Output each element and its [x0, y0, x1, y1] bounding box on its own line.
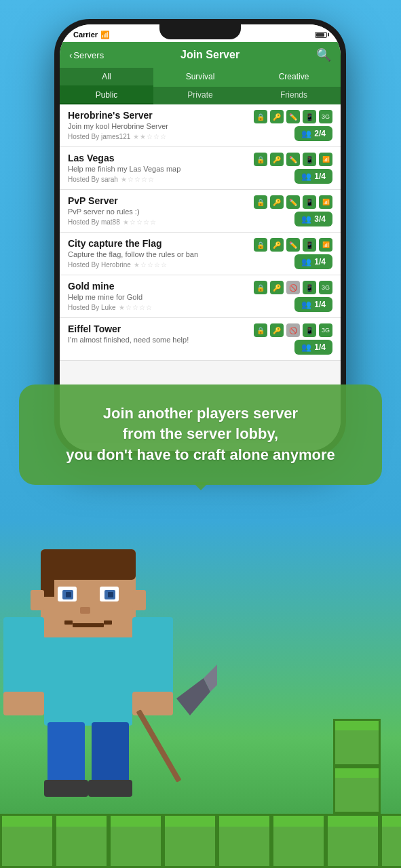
svg-rect-11 [64, 620, 73, 625]
icon-key-3: 🔑 [270, 238, 284, 252]
ground-row [0, 814, 401, 868]
server-icons-5: 🔒 🔑 🚫 📱 3G [254, 323, 332, 337]
server-right-0: 🔒 🔑 ✏️ 📱 3G 👥 2/4 [254, 110, 332, 141]
server-host-4: Hosted By Luke ★☆☆☆☆ [68, 304, 254, 311]
players-count-5: 1/4 [314, 342, 326, 352]
server-stars-2: ★☆☆☆☆ [123, 218, 157, 226]
players-icon-3: 👥 [301, 257, 311, 267]
battery-fill [316, 33, 324, 37]
back-button[interactable]: ‹ Servers [69, 50, 104, 60]
svg-rect-24 [136, 709, 182, 783]
server-right-5: 🔒 🔑 🚫 📱 3G 👥 1/4 [254, 323, 332, 355]
tab-survival[interactable]: Survival [153, 68, 247, 87]
tab-creative[interactable]: Creative [247, 68, 341, 87]
server-info-0: Herobrine's Server Join my kool Herobrin… [68, 110, 254, 140]
grass-block-8 [380, 814, 401, 868]
players-icon-1: 👥 [301, 172, 311, 181]
server-item-3[interactable]: City capture the Flag Capture the flag, … [60, 233, 341, 275]
icon-mobile-4: 📱 [303, 281, 316, 294]
server-host-1: Hosted By sarah ★☆☆☆☆ [68, 176, 254, 183]
icon-key-0: 🔑 [270, 110, 284, 123]
server-stars-4: ★☆☆☆☆ [119, 304, 153, 311]
server-item-4[interactable]: Gold mine Help me mine for Gold Hosted B… [60, 275, 341, 318]
players-badge-0: 👥 2/4 [294, 126, 332, 141]
players-badge-1: 👥 1/4 [294, 169, 332, 184]
icon-network-5: 3G [319, 323, 332, 337]
grass-block-4 [163, 814, 217, 868]
icon-edit-0: ✏️ [286, 110, 300, 123]
icon-mobile-1: 📱 [303, 153, 316, 166]
icon-key-5: 🔑 [270, 323, 284, 337]
svg-rect-22 [44, 780, 88, 797]
host-label-4: Hosted By Luke [68, 304, 116, 311]
grass-block-6 [271, 814, 326, 868]
server-icons-1: 🔒 🔑 ✏️ 📱 📶 [254, 153, 332, 166]
status-right [315, 32, 327, 38]
wifi-icon: 📶 [100, 31, 110, 39]
icon-edit-4: 🚫 [286, 281, 300, 294]
chevron-left-icon: ‹ [69, 50, 72, 60]
server-item-5[interactable]: Eiffel Tower I'm almost finished, need s… [60, 318, 341, 361]
server-info-2: PvP Server PvP server no rules :) Hosted… [68, 195, 254, 226]
players-icon-5: 👥 [301, 342, 311, 352]
server-name-2: PvP Server [68, 195, 254, 206]
icon-network-1: 📶 [319, 153, 332, 166]
svg-rect-18 [3, 692, 44, 715]
tab-public[interactable]: Public [60, 87, 153, 104]
grass-block-3 [109, 814, 163, 868]
host-label-2: Hosted By mat88 [68, 218, 120, 226]
icon-lock-1: 🔒 [254, 153, 267, 166]
status-left: Carrier 📶 [73, 31, 110, 39]
right-block-top [333, 719, 381, 766]
svg-rect-8 [66, 592, 71, 597]
players-badge-4: 👥 1/4 [294, 297, 332, 312]
icon-network-2: 📶 [319, 195, 332, 209]
tab-row-1: All Survival Creative [60, 68, 341, 87]
icon-edit-3: ✏️ [286, 238, 300, 252]
server-desc-0: Join my kool Herobrine Server [68, 122, 254, 130]
players-badge-3: 👥 1/4 [294, 254, 332, 269]
grass-block-2 [54, 814, 109, 868]
tab-all[interactable]: All [60, 68, 153, 87]
server-item-1[interactable]: Las Vegas Help me finish my Las Vegas ma… [60, 147, 341, 190]
battery-icon [315, 32, 327, 38]
svg-rect-17 [132, 617, 173, 698]
icon-network-0: 3G [319, 110, 332, 123]
players-count-4: 1/4 [314, 300, 326, 309]
icon-mobile-3: 📱 [303, 238, 316, 252]
search-button[interactable]: 🔍 [316, 47, 331, 62]
tab-private[interactable]: Private [153, 87, 247, 104]
icon-lock-5: 🔒 [254, 323, 267, 337]
server-info-4: Gold mine Help me mine for Gold Hosted B… [68, 281, 254, 311]
icon-lock-4: 🔒 [254, 281, 267, 294]
players-icon-2: 👥 [301, 214, 311, 224]
icon-key-1: 🔑 [270, 153, 284, 166]
notch [159, 24, 241, 39]
server-right-4: 🔒 🔑 🚫 📱 3G 👥 1/4 [254, 281, 332, 312]
tab-friends[interactable]: Friends [247, 87, 341, 104]
server-item-2[interactable]: PvP Server PvP server no rules :) Hosted… [60, 190, 341, 233]
svg-rect-15 [132, 590, 146, 610]
icon-edit-1: ✏️ [286, 153, 300, 166]
server-item-0[interactable]: Herobrine's Server Join my kool Herobrin… [60, 104, 341, 147]
server-icons-4: 🔒 🔑 🚫 📱 3G [254, 281, 332, 294]
server-info-3: City capture the Flag Capture the flag, … [68, 238, 254, 269]
icon-lock-0: 🔒 [254, 110, 267, 123]
svg-rect-14 [31, 590, 44, 610]
icon-mobile-2: 📱 [303, 195, 316, 209]
tab-row-2: Public Private Friends [60, 87, 341, 104]
server-name-1: Las Vegas [68, 153, 254, 163]
host-label-1: Hosted By sarah [68, 176, 118, 183]
server-host-3: Hosted By Herobrine ★☆☆☆☆ [68, 261, 254, 269]
svg-rect-16 [3, 617, 44, 698]
icon-network-4: 3G [319, 281, 332, 294]
server-stars-1: ★☆☆☆☆ [121, 176, 155, 183]
icon-edit-5: 🚫 [286, 323, 300, 337]
host-label-0: Hosted By james121 [68, 133, 130, 140]
right-blocks [333, 719, 381, 814]
icon-mobile-0: 📱 [303, 110, 316, 123]
right-block-bottom [333, 766, 381, 814]
icon-network-3: 📶 [319, 238, 332, 252]
server-name-3: City capture the Flag [68, 238, 254, 249]
players-count-0: 2/4 [314, 129, 326, 138]
